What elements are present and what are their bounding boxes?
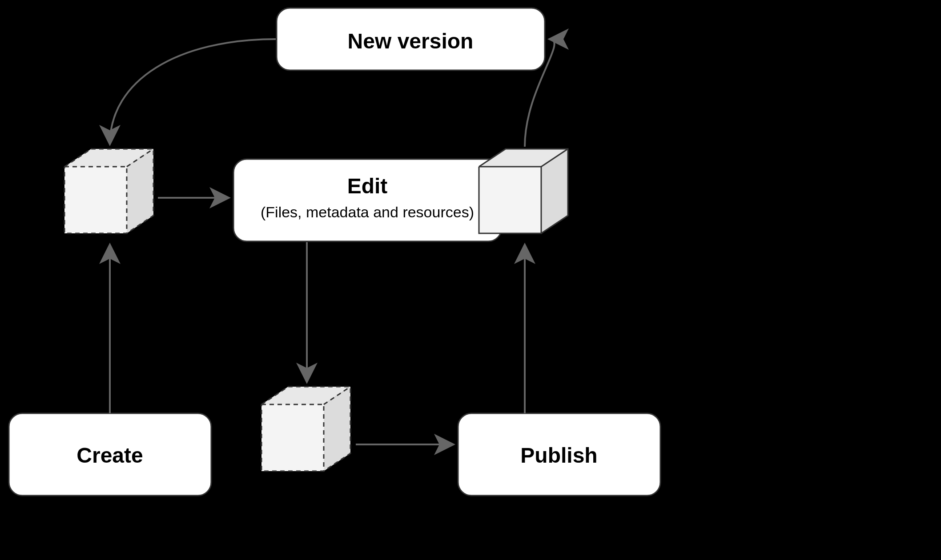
svg-rect-7 — [233, 159, 502, 241]
node-create: Create — [9, 413, 211, 496]
create-label: Create — [76, 444, 143, 467]
node-new-version: New version — [277, 8, 545, 70]
node-edit: Edit (Files, metadata and resources) — [233, 159, 502, 241]
draft-cube-icon — [64, 149, 153, 233]
node-publish: Publish — [458, 413, 660, 496]
edit-sublabel: (Files, metadata and resources) — [261, 204, 474, 220]
publish-label: Publish — [520, 444, 597, 467]
draft-cube-icon — [261, 387, 350, 471]
published-cube-icon — [479, 149, 568, 233]
new-version-label: New version — [348, 29, 474, 53]
edit-label: Edit — [347, 174, 388, 198]
arrow-newversion-to-draft — [110, 39, 276, 144]
